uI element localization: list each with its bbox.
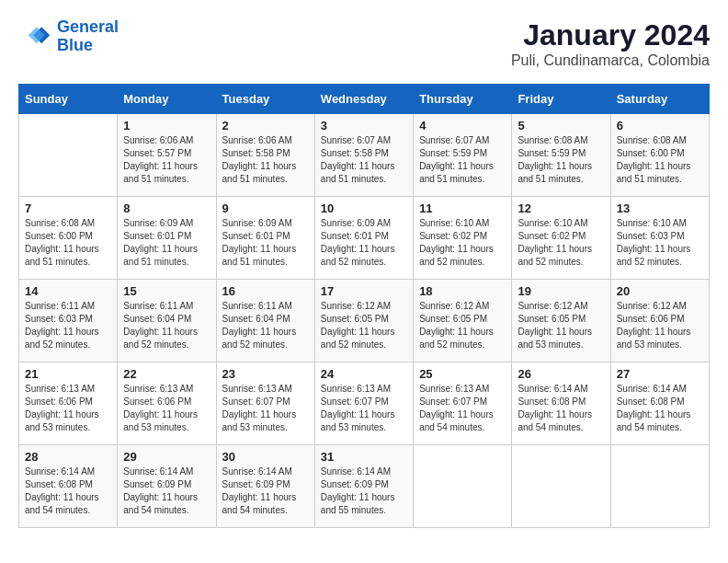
calendar-cell: 2Sunrise: 6:06 AMSunset: 5:58 PMDaylight… (216, 114, 314, 197)
day-number: 25 (419, 367, 506, 381)
day-header-wednesday: Wednesday (314, 85, 413, 114)
calendar-cell: 9Sunrise: 6:09 AMSunset: 6:01 PMDaylight… (216, 197, 314, 280)
calendar-cell: 15Sunrise: 6:11 AMSunset: 6:04 PMDayligh… (118, 280, 216, 362)
calendar-cell: 30Sunrise: 6:14 AMSunset: 6:09 PMDayligh… (216, 445, 314, 528)
day-info: Sunrise: 6:06 AMSunset: 5:58 PMDaylight:… (222, 134, 309, 186)
day-number: 27 (617, 367, 703, 381)
calendar-cell: 24Sunrise: 6:13 AMSunset: 6:07 PMDayligh… (314, 362, 413, 445)
day-number: 7 (25, 201, 111, 215)
day-info: Sunrise: 6:14 AMSunset: 6:08 PMDaylight:… (25, 465, 111, 517)
month-year: January 2024 (511, 18, 710, 52)
calendar-cell: 4Sunrise: 6:07 AMSunset: 5:59 PMDaylight… (414, 114, 512, 197)
calendar-cell: 14Sunrise: 6:11 AMSunset: 6:03 PMDayligh… (19, 280, 118, 362)
day-info: Sunrise: 6:14 AMSunset: 6:09 PMDaylight:… (321, 465, 407, 517)
calendar-cell: 8Sunrise: 6:09 AMSunset: 6:01 PMDaylight… (118, 197, 216, 280)
day-number: 2 (222, 119, 309, 132)
week-row-4: 21Sunrise: 6:13 AMSunset: 6:06 PMDayligh… (19, 362, 710, 445)
day-number: 13 (617, 201, 703, 215)
calendar-cell: 27Sunrise: 6:14 AMSunset: 6:08 PMDayligh… (610, 362, 709, 445)
day-number: 16 (222, 284, 309, 298)
day-header-tuesday: Tuesday (216, 85, 314, 114)
day-info: Sunrise: 6:13 AMSunset: 6:07 PMDaylight:… (419, 383, 506, 434)
day-number: 29 (123, 450, 210, 464)
day-info: Sunrise: 6:13 AMSunset: 6:06 PMDaylight:… (25, 383, 111, 434)
calendar-cell: 31Sunrise: 6:14 AMSunset: 6:09 PMDayligh… (314, 445, 413, 528)
calendar-cell: 28Sunrise: 6:14 AMSunset: 6:08 PMDayligh… (19, 445, 118, 528)
calendar-table: SundayMondayTuesdayWednesdayThursdayFrid… (18, 84, 710, 528)
calendar-cell: 26Sunrise: 6:14 AMSunset: 6:08 PMDayligh… (512, 362, 610, 445)
week-row-5: 28Sunrise: 6:14 AMSunset: 6:08 PMDayligh… (19, 445, 710, 528)
day-info: Sunrise: 6:08 AMSunset: 6:00 PMDaylight:… (25, 217, 111, 269)
calendar-cell: 16Sunrise: 6:11 AMSunset: 6:04 PMDayligh… (216, 280, 314, 362)
logo-icon (18, 20, 51, 53)
day-number: 3 (321, 119, 407, 132)
day-number: 12 (518, 201, 604, 215)
day-number: 11 (419, 201, 506, 215)
day-info: Sunrise: 6:10 AMSunset: 6:03 PMDaylight:… (617, 217, 703, 269)
day-number: 23 (222, 367, 309, 381)
day-info: Sunrise: 6:06 AMSunset: 5:57 PMDaylight:… (123, 134, 210, 186)
day-info: Sunrise: 6:11 AMSunset: 6:03 PMDaylight:… (25, 300, 111, 351)
calendar-cell: 21Sunrise: 6:13 AMSunset: 6:06 PMDayligh… (19, 362, 118, 445)
day-number: 8 (123, 201, 210, 215)
calendar-cell: 13Sunrise: 6:10 AMSunset: 6:03 PMDayligh… (610, 197, 709, 280)
calendar-body: 1Sunrise: 6:06 AMSunset: 5:57 PMDaylight… (19, 114, 710, 528)
day-info: Sunrise: 6:07 AMSunset: 5:58 PMDaylight:… (321, 134, 407, 186)
day-info: Sunrise: 6:11 AMSunset: 6:04 PMDaylight:… (222, 300, 309, 351)
day-info: Sunrise: 6:12 AMSunset: 6:05 PMDaylight:… (419, 300, 506, 351)
day-info: Sunrise: 6:13 AMSunset: 6:07 PMDaylight:… (321, 383, 407, 434)
calendar-cell (512, 445, 610, 528)
day-info: Sunrise: 6:12 AMSunset: 6:06 PMDaylight:… (617, 300, 703, 351)
week-row-2: 7Sunrise: 6:08 AMSunset: 6:00 PMDaylight… (19, 197, 710, 280)
day-number: 17 (321, 284, 407, 298)
calendar-cell: 22Sunrise: 6:13 AMSunset: 6:06 PMDayligh… (118, 362, 216, 445)
week-row-3: 14Sunrise: 6:11 AMSunset: 6:03 PMDayligh… (19, 280, 710, 362)
day-info: Sunrise: 6:14 AMSunset: 6:09 PMDaylight:… (222, 465, 309, 517)
day-info: Sunrise: 6:12 AMSunset: 6:05 PMDaylight:… (518, 300, 604, 351)
day-info: Sunrise: 6:11 AMSunset: 6:04 PMDaylight:… (123, 300, 210, 351)
day-number: 15 (123, 284, 210, 298)
calendar-cell: 18Sunrise: 6:12 AMSunset: 6:05 PMDayligh… (414, 280, 512, 362)
day-number: 1 (123, 119, 210, 132)
calendar-cell (610, 445, 709, 528)
calendar-cell: 3Sunrise: 6:07 AMSunset: 5:58 PMDaylight… (314, 114, 413, 197)
day-info: Sunrise: 6:14 AMSunset: 6:08 PMDaylight:… (518, 383, 604, 434)
day-number: 30 (222, 450, 309, 464)
location: Puli, Cundinamarca, Colombia (511, 52, 710, 69)
day-header-monday: Monday (118, 85, 216, 114)
calendar-cell: 7Sunrise: 6:08 AMSunset: 6:00 PMDaylight… (19, 197, 118, 280)
calendar-cell: 6Sunrise: 6:08 AMSunset: 6:00 PMDaylight… (610, 114, 709, 197)
day-number: 22 (123, 367, 210, 381)
day-info: Sunrise: 6:09 AMSunset: 6:01 PMDaylight:… (321, 217, 407, 269)
day-info: Sunrise: 6:08 AMSunset: 6:00 PMDaylight:… (617, 134, 703, 186)
calendar-cell: 29Sunrise: 6:14 AMSunset: 6:09 PMDayligh… (118, 445, 216, 528)
week-row-1: 1Sunrise: 6:06 AMSunset: 5:57 PMDaylight… (19, 114, 710, 197)
day-info: Sunrise: 6:09 AMSunset: 6:01 PMDaylight:… (222, 217, 309, 269)
calendar-cell: 5Sunrise: 6:08 AMSunset: 5:59 PMDaylight… (512, 114, 610, 197)
day-number: 6 (617, 119, 703, 132)
day-number: 24 (321, 367, 407, 381)
day-info: Sunrise: 6:14 AMSunset: 6:09 PMDaylight:… (123, 465, 210, 517)
day-number: 4 (419, 119, 506, 132)
day-header-friday: Friday (512, 85, 610, 114)
day-info: Sunrise: 6:12 AMSunset: 6:05 PMDaylight:… (321, 300, 407, 351)
day-number: 5 (518, 119, 604, 132)
calendar-cell: 12Sunrise: 6:10 AMSunset: 6:02 PMDayligh… (512, 197, 610, 280)
calendar-cell: 10Sunrise: 6:09 AMSunset: 6:01 PMDayligh… (314, 197, 413, 280)
day-header-sunday: Sunday (19, 85, 118, 114)
day-number: 14 (25, 284, 111, 298)
day-number: 19 (518, 284, 604, 298)
day-number: 18 (419, 284, 506, 298)
day-number: 20 (617, 284, 703, 298)
calendar-header-row: SundayMondayTuesdayWednesdayThursdayFrid… (19, 85, 710, 114)
day-number: 9 (222, 201, 309, 215)
calendar-cell: 17Sunrise: 6:12 AMSunset: 6:05 PMDayligh… (314, 280, 413, 362)
day-info: Sunrise: 6:13 AMSunset: 6:07 PMDaylight:… (222, 383, 309, 434)
day-number: 26 (518, 367, 604, 381)
day-info: Sunrise: 6:10 AMSunset: 6:02 PMDaylight:… (518, 217, 604, 269)
day-info: Sunrise: 6:09 AMSunset: 6:01 PMDaylight:… (123, 217, 210, 269)
day-info: Sunrise: 6:10 AMSunset: 6:02 PMDaylight:… (419, 217, 506, 269)
calendar-cell: 11Sunrise: 6:10 AMSunset: 6:02 PMDayligh… (414, 197, 512, 280)
calendar-cell: 19Sunrise: 6:12 AMSunset: 6:05 PMDayligh… (512, 280, 610, 362)
day-number: 21 (25, 367, 111, 381)
